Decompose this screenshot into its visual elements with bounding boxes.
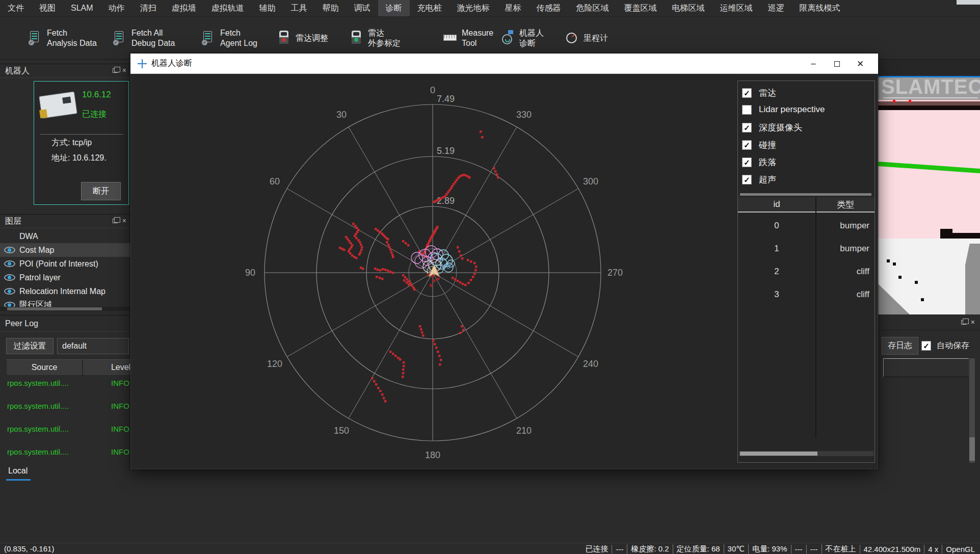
disconnect-button[interactable]: 断开 [81,182,121,200]
fetch-analysis-data-label: FetchAnalysis Data [47,28,97,48]
menu-item-激光地标[interactable]: 激光地标 [449,0,497,16]
log-vertical-scrollbar[interactable] [969,358,975,463]
eye-icon[interactable] [4,288,15,295]
layer-row-Patrol layer[interactable]: Patrol layer [0,271,130,284]
menu-item-辅助[interactable]: 辅助 [252,0,283,16]
menu-item-运维区域[interactable]: 运维区域 [712,0,760,16]
menu-item-巡逻[interactable]: 巡逻 [760,0,792,16]
sensor-toggle-碰撞[interactable]: ✓碰撞 [742,139,776,151]
menu-item-充电桩[interactable]: 充电桩 [410,0,449,16]
lidar-point [354,225,357,227]
close-button[interactable]: ✕ [849,54,872,74]
diag-column-type[interactable]: 类型 [816,197,875,213]
menu-item-传感器[interactable]: 传感器 [529,0,569,16]
polar-chart[interactable]: 03060901201501802102402703003302.895.197… [131,74,737,469]
sensor-table-row[interactable]: 2cliff [738,260,875,283]
float-panel-icon[interactable] [961,320,966,325]
sensor-table-row[interactable]: 3cliff [738,283,875,306]
checkbox-checked[interactable]: ✓ [742,140,752,150]
checkbox-unchecked[interactable] [742,105,752,115]
lidar-point [352,223,355,225]
maximize-button[interactable] [825,54,849,74]
tab-local[interactable]: Local [8,466,28,476]
close-panel-icon[interactable]: × [971,320,975,325]
menu-item-限离线模式[interactable]: 限离线模式 [792,0,848,16]
log-filter-select[interactable]: default [57,338,129,354]
checkbox-checked[interactable]: ✓ [742,175,752,184]
fetch-analysis-data-button[interactable]: ✓FetchAnalysis Data [25,21,100,55]
lidar-point [387,244,390,246]
robot-card[interactable]: 10.6.12 已连接 方式: tcp/ip 地址: 10.6.129. 断开 [34,81,129,205]
checkbox-checked[interactable]: ✓ [742,88,752,98]
angle-label-150: 150 [334,426,349,436]
log-path-input[interactable] [883,358,969,377]
sensor-toggle-Lidar perspective[interactable]: Lidar perspective [742,104,825,115]
log-column-level[interactable]: Level [83,359,130,376]
log-row[interactable]: rpos.system.util....INFO [6,377,130,400]
menu-item-SLAM[interactable]: SLAM [63,0,101,16]
menu-item-调试[interactable]: 调试 [347,0,378,16]
checkbox-checked[interactable]: ✓ [742,123,752,133]
sensor-toggle-深度摄像头[interactable]: ✓深度摄像头 [742,122,802,134]
close-panel-icon[interactable]: × [122,68,126,73]
eye-icon[interactable] [4,260,15,267]
lidar-tune-button[interactable]: 雷达调整 [274,21,331,55]
layer-row-DWA[interactable]: DWA [0,229,130,243]
menu-item-文件[interactable]: 文件 [0,0,32,16]
menu-item-星标[interactable]: 星标 [497,0,529,16]
sensor-table-row[interactable]: 1bumper [738,238,875,260]
robot-diagnosis-button[interactable]: 机器人诊断 [498,21,547,55]
log-column-source[interactable]: Source [6,359,83,376]
fetch-all-debug-data-icon: ✓ [113,30,126,46]
menu-item-覆盖区域[interactable]: 覆盖区域 [617,0,665,16]
lidar-point [349,248,351,251]
log-source: rpos.system.util.... [7,447,69,456]
grid-spoke-240 [433,273,578,357]
odometer-button[interactable]: 里程计 [562,21,611,55]
float-panel-icon[interactable] [113,68,118,73]
autosave-checkbox[interactable]: ✓ [921,341,931,351]
menu-item-虚拟墙[interactable]: 虚拟墙 [164,0,204,16]
minimize-button[interactable]: – [802,54,825,74]
eye-icon[interactable] [4,274,15,281]
log-row[interactable]: rpos.system.util....INFO [6,446,130,465]
fetch-agent-log-button[interactable]: ✓FetchAgent Log [199,21,260,55]
menu-item-视图[interactable]: 视图 [32,0,63,16]
lidar-point [452,277,454,279]
layers-horizontal-scrollbar[interactable] [0,307,130,311]
save-log-button[interactable]: 存日志 [882,337,918,355]
sensor-table-scrollbar[interactable] [739,451,873,456]
menu-item-诊断[interactable]: 诊断 [378,0,410,16]
menu-item-帮助[interactable]: 帮助 [315,0,347,16]
lidar-point [442,196,444,199]
sensor-toggle-超声[interactable]: ✓超声 [742,174,776,186]
measure-tool-button[interactable]: MeasureTool [440,21,496,55]
lidar-point [377,269,379,271]
eye-icon[interactable] [4,247,15,253]
lidar-point [456,179,458,181]
lidar-extrinsic-calibration-button[interactable]: 雷达外参标定 [347,21,404,55]
menu-item-清扫[interactable]: 清扫 [133,0,164,16]
log-filter-settings-button[interactable]: 过滤设置 [6,338,54,354]
dialog-title-bar[interactable]: 机器人诊断 – ✕ [130,54,878,74]
layer-row-POI (Point of Interest)[interactable]: POI (Point of Interest) [0,257,130,271]
diag-column-id[interactable]: id [738,197,815,213]
float-panel-icon[interactable] [113,219,118,223]
fetch-all-debug-data-button[interactable]: ✓Fetch AllDebug Data [110,21,178,55]
menu-item-动作[interactable]: 动作 [101,0,133,16]
menu-item-电梯区域[interactable]: 电梯区域 [665,0,712,16]
sensor-table-row[interactable]: 0bumper [738,215,875,238]
menu-item-工具[interactable]: 工具 [283,0,315,16]
layer-row-Cost Map[interactable]: Cost Map [0,243,130,257]
checkbox-checked[interactable]: ✓ [742,157,752,167]
sensor-toggle-雷达[interactable]: ✓雷达 [742,87,776,99]
close-panel-icon[interactable]: × [122,218,126,223]
map-gray-band: SLAMTEC [878,77,980,100]
log-row[interactable]: rpos.system.util....INFO [6,400,130,423]
lidar-point [408,280,410,283]
menu-item-危险区域[interactable]: 危险区域 [569,0,617,16]
log-row[interactable]: rpos.system.util....INFO [6,423,130,446]
menu-item-虚拟轨道[interactable]: 虚拟轨道 [204,0,252,16]
sensor-toggle-跌落[interactable]: ✓跌落 [742,156,776,168]
layer-row-Relocation Internal Map[interactable]: Relocation Internal Map [0,284,130,298]
